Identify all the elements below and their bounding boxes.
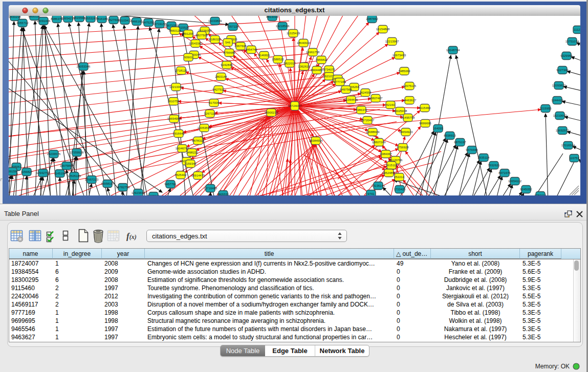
svg-text:9904483: 9904483: [311, 69, 323, 72]
svg-text:0433218: 0433218: [9, 16, 21, 18]
svg-text:17016504: 17016504: [561, 144, 575, 147]
svg-text:15751074: 15751074: [565, 40, 579, 43]
svg-text:5822017: 5822017: [284, 62, 296, 65]
svg-text:12923446: 12923446: [132, 191, 145, 194]
svg-text:9242845: 9242845: [221, 63, 233, 67]
svg-text:12093822: 12093822: [552, 84, 566, 87]
svg-text:10654112: 10654112: [508, 180, 522, 183]
svg-text:16033809: 16033809: [208, 19, 222, 23]
svg-text:12213369: 12213369: [169, 85, 183, 89]
svg-text:11325419: 11325419: [287, 32, 300, 35]
svg-text:18640910: 18640910: [297, 41, 311, 45]
svg-text:20091406: 20091406: [37, 19, 51, 23]
svg-text:12213967: 12213967: [385, 40, 399, 43]
svg-text:891295: 891295: [183, 32, 194, 35]
svg-text:4055712: 4055712: [16, 21, 29, 25]
svg-text:2367608: 2367608: [234, 45, 247, 48]
svg-text:24206576: 24206576: [47, 152, 61, 156]
svg-text:19218506: 19218506: [276, 25, 290, 28]
svg-text:9474444: 9474444: [466, 148, 478, 151]
svg-text:17359928: 17359928: [70, 151, 84, 154]
svg-text:93901: 93901: [184, 56, 193, 59]
svg-text:16961758: 16961758: [306, 51, 320, 54]
svg-text:12975115: 12975115: [403, 84, 417, 87]
svg-text:8678312: 8678312: [192, 139, 204, 142]
svg-text:3267110: 3267110: [204, 112, 216, 115]
svg-text:10543382: 10543382: [189, 42, 203, 45]
svg-text:7625402: 7625402: [175, 173, 187, 177]
svg-text:7816184: 7816184: [96, 17, 108, 20]
svg-text:19654953: 19654953: [167, 117, 181, 120]
svg-text:18724007: 18724007: [288, 104, 302, 107]
svg-text:18807249: 18807249: [372, 141, 386, 144]
svg-text:12942757: 12942757: [36, 171, 50, 174]
svg-text:1498222: 1498222: [186, 151, 198, 154]
svg-text:29053346: 29053346: [77, 65, 91, 68]
svg-text:7357224: 7357224: [227, 25, 239, 28]
svg-text:21364436: 21364436: [344, 98, 358, 101]
svg-text:9115460: 9115460: [419, 106, 431, 110]
svg-text:14136141: 14136141: [372, 184, 385, 187]
svg-text:1733426: 1733426: [394, 188, 406, 191]
svg-text:10688609: 10688609: [366, 130, 380, 134]
svg-text:546: 546: [225, 41, 231, 44]
svg-text:8756685: 8756685: [223, 51, 235, 54]
svg-text:11123: 11123: [574, 28, 580, 31]
svg-text:9750114: 9750114: [535, 194, 547, 195]
svg-text:16782759: 16782759: [116, 186, 130, 189]
svg-text:10973493: 10973493: [393, 54, 406, 57]
svg-text:13716485: 13716485: [204, 187, 217, 190]
svg-text:8454749: 8454749: [245, 48, 257, 51]
svg-text:10025438: 10025438: [394, 110, 407, 113]
svg-text:2087652: 2087652: [366, 17, 378, 20]
svg-text:19524851: 19524851: [382, 171, 396, 174]
svg-text:9827505: 9827505: [195, 34, 208, 37]
svg-text:21495758: 21495758: [401, 116, 415, 119]
svg-text:1244419: 1244419: [551, 99, 563, 102]
svg-text:12505185: 12505185: [68, 174, 81, 178]
svg-text:1916642: 1916642: [172, 132, 185, 135]
svg-text:1156827: 1156827: [21, 170, 33, 173]
svg-text:17957223: 17957223: [85, 178, 99, 181]
svg-text:9741: 9741: [367, 192, 375, 195]
svg-text:2718126: 2718126: [175, 69, 187, 72]
svg-text:9329965: 9329965: [560, 54, 573, 57]
svg-text:6879197: 6879197: [454, 141, 466, 144]
svg-text:9600133: 9600133: [28, 16, 40, 18]
svg-text:6497568: 6497568: [340, 88, 352, 91]
svg-text:1362615: 1362615: [298, 65, 310, 68]
svg-text:1588520: 1588520: [272, 58, 284, 61]
svg-text:2935114: 2935114: [478, 156, 490, 159]
svg-text:9427512: 9427512: [212, 88, 225, 91]
svg-text:7632621: 7632621: [488, 164, 500, 167]
svg-text:9227342: 9227342: [556, 69, 569, 72]
svg-text:9777169: 9777169: [334, 80, 346, 83]
svg-text:116753: 116753: [569, 157, 579, 160]
svg-text:9465546: 9465546: [147, 194, 160, 195]
svg-text:7955812: 7955812: [315, 58, 328, 61]
svg-text:2803144: 2803144: [215, 75, 227, 78]
svg-text:3624554: 3624554: [359, 91, 372, 94]
svg-text:19384554: 19384554: [309, 139, 323, 142]
svg-text:15720407: 15720407: [361, 119, 375, 122]
svg-text:1145194: 1145194: [54, 172, 67, 175]
svg-text:164095: 164095: [433, 127, 444, 130]
svg-text:13353594: 13353594: [198, 126, 211, 129]
svg-text:25900213: 25900213: [265, 111, 278, 114]
svg-text:417006: 417006: [209, 101, 220, 104]
svg-text:8938913: 8938913: [444, 134, 456, 137]
svg-text:9805531: 9805531: [217, 193, 229, 195]
svg-text:16914479: 16914479: [191, 174, 205, 177]
svg-text:8660124: 8660124: [169, 29, 181, 32]
svg-text:8186328: 8186328: [209, 38, 221, 41]
svg-text:16154808: 16154808: [376, 28, 390, 31]
svg-text:3215955: 3215955: [539, 107, 552, 110]
svg-text:8813014: 8813014: [266, 16, 278, 18]
svg-text:10958107: 10958107: [101, 182, 115, 185]
svg-text:93103413: 93103413: [118, 19, 132, 22]
svg-text:62160: 62160: [386, 103, 395, 106]
svg-text:19654923: 19654923: [399, 130, 413, 134]
svg-text:1610755: 1610755: [167, 100, 180, 103]
svg-text:9734073: 9734073: [323, 68, 335, 71]
svg-text:7159343: 7159343: [184, 162, 197, 165]
